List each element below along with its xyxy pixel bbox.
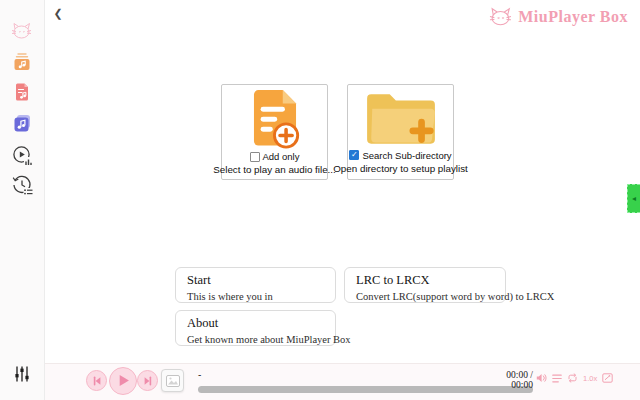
seek-bar[interactable]	[198, 386, 533, 393]
desktop-lyrics-button[interactable]	[602, 373, 613, 383]
equalizer-settings-button[interactable]	[10, 362, 34, 386]
start-card-title: Start	[187, 273, 324, 288]
sidebar-item-now-playing[interactable]	[10, 143, 34, 167]
start-card[interactable]: Start This is where you in	[175, 267, 336, 303]
sidebar-item-music-library[interactable]	[10, 111, 34, 135]
play-button[interactable]	[109, 367, 137, 395]
search-subdirectory-label: Search Sub-directory	[362, 150, 451, 161]
lrc-card-title: LRC to LRCX	[356, 273, 494, 288]
open-directory-caption: Open directory to setup playlist	[333, 163, 468, 174]
open-audio-file-card[interactable]: Add only Select to play an audio file...	[221, 84, 328, 180]
volume-button[interactable]	[536, 373, 547, 383]
add-only-checkbox[interactable]: Add only	[250, 151, 300, 162]
checkbox-checked-icon[interactable]: ✓	[349, 150, 359, 160]
about-card-subtitle: Get known more about MiuPlayer Box	[187, 334, 324, 345]
desktop-lyrics-icon	[602, 373, 613, 383]
open-directory-card[interactable]: ✓ Search Sub-directory Open directory to…	[347, 84, 454, 180]
start-card-subtitle: This is where you in	[187, 291, 324, 302]
repeat-icon	[567, 373, 578, 383]
track-title: -	[198, 369, 201, 380]
app-title: MiuPlayer Box	[518, 8, 628, 26]
play-icon	[117, 374, 130, 387]
playlist-panel-toggle[interactable]: ◂	[627, 184, 640, 213]
cat-logo-icon	[488, 6, 514, 27]
sidebar-item-play-history[interactable]	[10, 173, 34, 197]
about-card-title: About	[187, 316, 324, 331]
next-track-button[interactable]	[137, 370, 158, 391]
sidebar-item-open-audio-folder[interactable]	[10, 50, 34, 74]
skip-previous-icon	[92, 376, 102, 386]
add-only-label: Add only	[263, 151, 300, 162]
player-options: 1.0x	[536, 373, 613, 383]
sidebar-app-logo-icon[interactable]	[10, 18, 34, 42]
cat-doodle-icon	[11, 21, 33, 40]
open-file-caption: Select to play an audio file...	[213, 164, 336, 175]
repeat-mode-button[interactable]	[567, 373, 578, 383]
playlist-button[interactable]	[552, 374, 562, 383]
document-add-icon	[249, 89, 301, 151]
play-circle-stats-icon	[12, 145, 33, 166]
previous-track-button[interactable]	[86, 370, 107, 391]
app-logo: MiuPlayer Box	[488, 6, 628, 27]
lrc-to-lrcx-card[interactable]: LRC to LRCX Convert LRC(support word by …	[344, 267, 506, 303]
app-window: ❮ MiuPlayer Box A	[0, 0, 640, 400]
file-music-icon	[12, 82, 32, 102]
sliders-icon	[13, 365, 31, 383]
sidebar-item-lyrics-file[interactable]	[10, 80, 34, 104]
image-placeholder-icon	[166, 375, 180, 387]
search-subdirectory-checkbox[interactable]: ✓ Search Sub-directory	[349, 149, 451, 161]
time-display: 00:00 / 00:00	[487, 370, 533, 390]
history-list-icon	[12, 175, 33, 196]
playback-speed-button[interactable]: 1.0x	[583, 374, 597, 383]
skip-next-icon	[143, 376, 153, 386]
chevron-left-icon: ◂	[632, 194, 636, 203]
player-bar: - 00:00 / 00:00	[45, 363, 640, 400]
back-button[interactable]: ❮	[50, 5, 66, 21]
lrc-card-subtitle: Convert LRC(support word by word) to LRC…	[356, 291, 494, 302]
volume-icon	[536, 373, 547, 383]
checkbox-unchecked-icon[interactable]	[250, 152, 260, 162]
playlist-icon	[552, 374, 562, 383]
album-art-placeholder	[161, 369, 184, 392]
folder-music-icon	[12, 52, 32, 72]
folder-add-icon	[363, 90, 439, 148]
sidebar	[0, 0, 45, 400]
music-square-icon	[12, 113, 32, 133]
about-card[interactable]: About Get known more about MiuPlayer Box	[175, 310, 336, 346]
